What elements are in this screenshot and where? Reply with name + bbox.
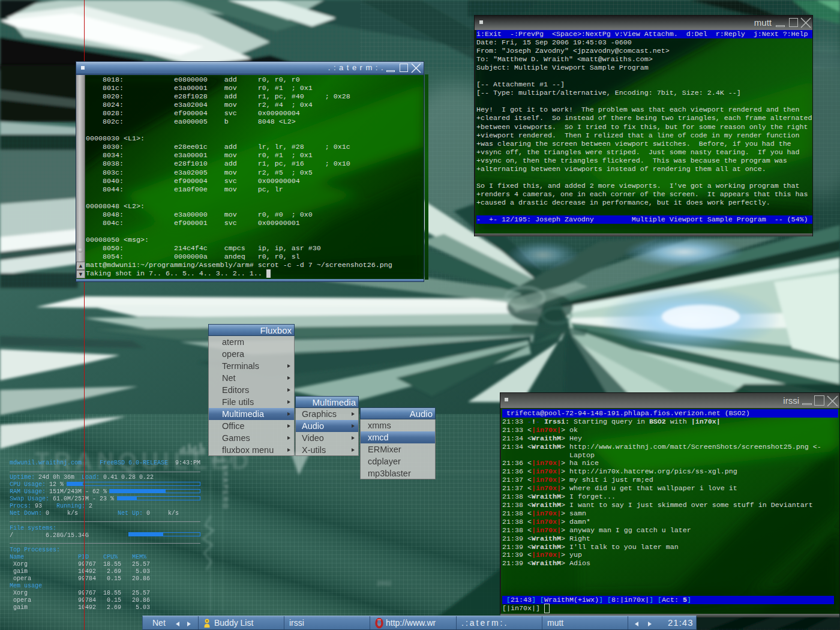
svg-text:2002: 2002 <box>377 580 391 587</box>
svg-text:SHAPERO: SHAPERO <box>222 465 229 510</box>
